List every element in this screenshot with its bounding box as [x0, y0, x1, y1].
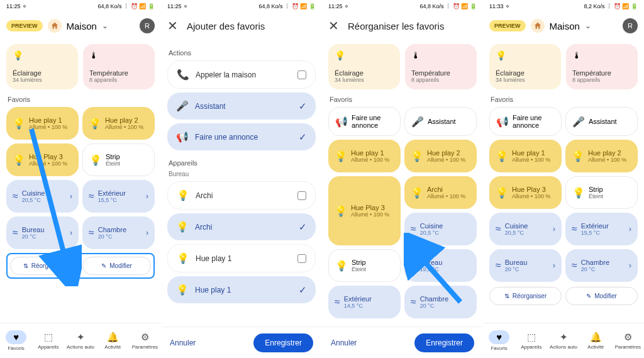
reorganize-button[interactable]: ⇅Réorganiser	[489, 287, 562, 305]
device-card-strip[interactable]: 💡StripÉteint	[565, 176, 638, 209]
thermo-icon: 🌡	[572, 50, 631, 60]
device-card-ext[interactable]: ≈Extérieur15,5 °C›	[82, 180, 155, 213]
device-card-bureau[interactable]: ≈Bureau20 °C›	[489, 249, 562, 282]
device-card-hue2[interactable]: 💡Hue play 2Allumé • 100 %	[82, 107, 155, 140]
chevron-down-icon[interactable]: ⌄	[102, 21, 108, 30]
section-favoris: Favoris	[330, 96, 475, 103]
reorganize-button[interactable]: ⇅Réorganiser	[10, 257, 79, 275]
avatar[interactable]: R	[140, 18, 155, 33]
device-card-cuisine[interactable]: ≈Cuisine20,5 °C›	[489, 213, 562, 245]
chevron-right-icon: ›	[70, 228, 72, 237]
nav-favoris[interactable]: ♥Favoris	[0, 323, 32, 358]
home-dropdown[interactable]: Maison	[550, 21, 580, 31]
broadcast-icon: 📢	[335, 116, 348, 128]
nav-parametres[interactable]: ⚙Paramètres	[129, 323, 161, 358]
status-icons: ⋮ ⏰ 📶 🔋	[123, 3, 155, 9]
chevron-right-icon: ›	[629, 261, 631, 270]
action-assistant[interactable]: 🎤Assistant✓	[167, 92, 316, 120]
device-card-archi[interactable]: 💡ArchiAllumé • 100 %	[404, 176, 477, 209]
cancel-button[interactable]: Annuler	[170, 338, 196, 347]
device-card-bureau[interactable]: ≈Bureau19,5 °C	[404, 249, 477, 282]
device-archi-sel[interactable]: 💡Archi✓	[167, 213, 316, 240]
nav-auto[interactable]: ✦Actions auto	[64, 323, 96, 358]
bulb-icon: 💡	[572, 187, 585, 199]
device-card-cuisine[interactable]: ≈Cuisine20,5 °C	[404, 213, 477, 245]
action-call-home[interactable]: 📞Appeler la maison	[167, 60, 316, 89]
device-card-hue1[interactable]: 💡Hue play 1Allumé • 100 %	[328, 140, 401, 172]
temperature-card[interactable]: 🌡Température8 appareils	[83, 44, 155, 89]
close-icon[interactable]: ✕	[167, 18, 178, 33]
home-dropdown[interactable]: Maison	[67, 21, 97, 31]
device-card-chambre[interactable]: ≈Chambre20 °C›	[82, 216, 155, 249]
device-card-hue1[interactable]: 💡Hue play 1Allumé • 100 %	[489, 140, 562, 172]
chevron-down-icon[interactable]: ⌄	[585, 21, 591, 30]
checkbox-empty-icon	[297, 70, 306, 79]
phone-icon: 📞	[177, 69, 189, 81]
device-card-hue3[interactable]: 💡Hue Play 3Allumé • 100 %	[6, 143, 79, 176]
record-icon	[23, 5, 26, 8]
home-icon[interactable]	[48, 19, 62, 33]
app-header: PREVIEW Maison ⌄ R	[0, 13, 161, 39]
phone-screen-2: 11:25 64,8 Ko/s⋮ ⏰ 📶 🔋 ✕ Ajouter des fav…	[161, 0, 322, 358]
nav-appareils[interactable]: ⬚Appareils	[32, 323, 64, 358]
bottom-nav: ♥Favoris ⬚Appareils ✦Actions auto 🔔Activ…	[0, 323, 161, 358]
modify-button[interactable]: ✎Modifier	[565, 287, 638, 305]
device-card-ext[interactable]: ≈Extérieur14,5 °C	[328, 286, 401, 318]
action-assistant-card[interactable]: 🎤Assistant	[565, 107, 638, 136]
thermo-icon: 🌡	[89, 50, 148, 60]
device-archi[interactable]: 💡Archi	[167, 181, 316, 210]
action-announce-card[interactable]: 📢Faire une annonce	[328, 107, 401, 136]
action-announce-card[interactable]: 📢Faire une annonce	[489, 107, 562, 136]
thermo-icon: ≈	[89, 191, 94, 202]
lighting-card[interactable]: 💡Éclairage34 lumières	[489, 44, 561, 89]
lighting-card[interactable]: 💡Éclairage34 lumières	[328, 44, 400, 89]
lighting-card[interactable]: 💡Éclairage34 lumières	[6, 44, 78, 89]
phone-screen-3: 11:25 64,8 Ko/s⋮ ⏰ 📶 🔋 ✕ Réorganiser les…	[322, 0, 483, 358]
device-card-chambre[interactable]: ≈Chambre20 °C›	[565, 249, 638, 282]
bulb-icon: 💡	[496, 187, 508, 199]
temperature-card[interactable]: 🌡Température8 appareils	[405, 44, 477, 89]
bulb-icon: 💡	[13, 50, 72, 60]
device-hue1-sel[interactable]: 💡Hue play 1✓	[167, 276, 316, 303]
close-icon[interactable]: ✕	[328, 18, 339, 33]
nav-activite[interactable]: 🔔Activité	[97, 323, 129, 358]
device-card-strip[interactable]: 💡StripÉteint	[82, 143, 155, 176]
cancel-button[interactable]: Annuler	[331, 338, 357, 347]
action-assistant-card[interactable]: 🎤Assistant	[404, 107, 477, 136]
home-icon[interactable]	[531, 19, 545, 33]
nav-auto[interactable]: ✦Actions auto	[547, 323, 579, 358]
device-card-hue3-dragging[interactable]: 💡Hue Play 3Allumé • 100 %	[328, 176, 401, 245]
nav-favoris[interactable]: ♥Favoris	[483, 323, 515, 358]
thermo-icon: ≈	[496, 260, 501, 271]
device-card-hue2[interactable]: 💡Hue play 2Allumé • 100 %	[565, 140, 638, 172]
device-hue1[interactable]: 💡Hue play 1	[167, 244, 316, 272]
device-card-hue2[interactable]: 💡Hue play 2Allumé • 100 %	[404, 140, 477, 172]
nav-activite[interactable]: 🔔Activité	[580, 323, 612, 358]
nav-appareils[interactable]: ⬚Appareils	[515, 323, 547, 358]
nav-parametres[interactable]: ⚙Paramètres	[612, 323, 644, 358]
action-announce[interactable]: 📢Faire une annonce✓	[167, 123, 316, 150]
phone-screen-1: 11:25 64,8 Ko/s⋮ ⏰ 📶 🔋 PREVIEW Maison ⌄ …	[0, 0, 161, 358]
bulb-icon: 💡	[496, 150, 508, 162]
device-card-cuisine[interactable]: ≈Cuisine20,5 °C›	[6, 180, 79, 213]
device-card-hue3[interactable]: 💡Hue Play 3Allumé • 100 %	[489, 176, 562, 209]
reorder-icon: ⇅	[23, 262, 28, 269]
device-card-strip[interactable]: 💡StripÉteint	[328, 249, 401, 282]
heart-icon: ♥	[496, 332, 502, 342]
status-icons: ⋮ ⏰ 📶 🔋	[284, 3, 316, 9]
status-icons: ⋮ ⏰ 📶 🔋	[445, 3, 477, 9]
avatar[interactable]: R	[623, 18, 638, 33]
device-card-chambre[interactable]: ≈Chambre20 °C	[404, 286, 477, 318]
device-card-ext[interactable]: ≈Extérieur15,5 °C›	[565, 213, 638, 245]
pencil-icon: ✎	[101, 262, 106, 269]
save-button[interactable]: Enregistrer	[253, 333, 313, 352]
check-icon: ✓	[299, 131, 307, 143]
device-card-hue1[interactable]: 💡Hue play 1Allumé • 100 %	[6, 107, 79, 140]
temperature-card[interactable]: 🌡Température8 appareils	[566, 44, 638, 89]
modify-button[interactable]: ✎Modifier	[82, 257, 151, 275]
time: 11:25	[167, 3, 182, 9]
section-actions: Actions	[169, 49, 314, 57]
save-button[interactable]: Enregistrer	[414, 333, 474, 352]
broadcast-icon: 📢	[496, 116, 509, 128]
device-card-bureau[interactable]: ≈Bureau20 °C›	[6, 216, 79, 249]
